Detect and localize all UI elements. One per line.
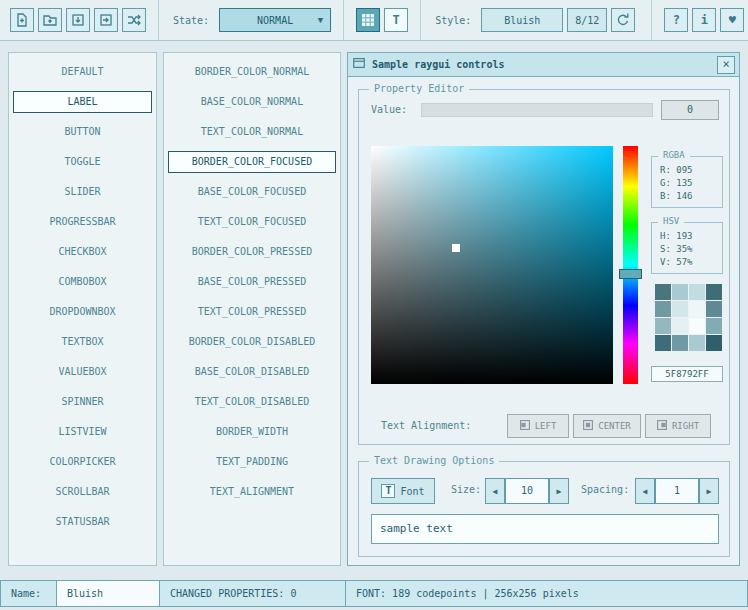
list-item-statusbar[interactable]: STATUSBAR (13, 511, 152, 533)
list-item-valuebox[interactable]: VALUEBOX (13, 361, 152, 383)
export-file-button[interactable] (94, 8, 118, 32)
color-swatch[interactable] (655, 335, 671, 351)
size-label: Size: (451, 484, 481, 495)
color-swatch[interactable] (706, 335, 722, 351)
value-box[interactable]: 0 (661, 100, 719, 120)
list-item-checkbox[interactable]: CHECKBOX (13, 241, 152, 263)
export-file-icon (98, 12, 114, 28)
hue-slider-handle[interactable] (619, 269, 642, 279)
property-item[interactable]: TEXT_COLOR_FOCUSED (168, 211, 336, 233)
property-item[interactable]: TEXT_COLOR_PRESSED (168, 301, 336, 323)
list-item-default[interactable]: DEFAULT (13, 61, 152, 83)
color-swatch[interactable] (672, 335, 688, 351)
spacing-decrease-button[interactable]: ◀ (635, 478, 655, 504)
size-increase-button[interactable]: ▶ (549, 478, 569, 504)
rgba-g-value: G: 135 (660, 177, 722, 190)
color-swatch[interactable] (672, 318, 688, 334)
color-swatch[interactable] (672, 301, 688, 317)
close-icon: × (722, 57, 729, 71)
color-swatch[interactable] (689, 301, 705, 317)
color-saturation-panel[interactable] (371, 146, 613, 384)
state-label: State: (173, 15, 209, 26)
property-item[interactable]: TEXT_ALIGNMENT (168, 481, 336, 503)
text-icon: T (393, 13, 400, 27)
list-item-label[interactable]: LABEL (13, 91, 152, 113)
reload-style-button[interactable] (611, 8, 635, 32)
color-swatch[interactable] (672, 284, 688, 300)
statusbar-name-label: Name: (0, 580, 57, 607)
property-item[interactable]: BORDER_COLOR_PRESSED (168, 241, 336, 263)
hue-bar[interactable] (623, 146, 638, 384)
hex-value-box[interactable]: 5F8792FF (651, 366, 723, 382)
property-item[interactable]: BORDER_COLOR_DISABLED (168, 331, 336, 353)
list-item-spinner[interactable]: SPINNER (13, 391, 152, 413)
list-item-toggle[interactable]: TOGGLE (13, 151, 152, 173)
property-item[interactable]: BASE_COLOR_NORMAL (168, 91, 336, 113)
list-item-listview[interactable]: LISTVIEW (13, 421, 152, 443)
list-item-colorpicker[interactable]: COLORPICKER (13, 451, 152, 473)
save-file-icon (70, 12, 86, 28)
list-item-button[interactable]: BUTTON (13, 121, 152, 143)
color-cursor[interactable] (452, 244, 460, 252)
toolbar-separator (343, 0, 344, 40)
list-item-textbox[interactable]: TEXTBOX (13, 331, 152, 353)
sponsor-button[interactable]: ♥ (720, 8, 744, 32)
style-table-toggle[interactable] (356, 8, 380, 32)
style-name-value: Bluish (504, 15, 540, 26)
property-item[interactable]: BASE_COLOR_PRESSED (168, 271, 336, 293)
style-index-button[interactable]: 8/12 (567, 8, 607, 32)
color-swatch[interactable] (689, 284, 705, 300)
align-left-button[interactable]: LEFT (507, 414, 569, 438)
sample-text-input[interactable]: sample text (371, 514, 719, 544)
font-view-toggle[interactable]: T (384, 8, 408, 32)
property-item[interactable]: BASE_COLOR_FOCUSED (168, 181, 336, 203)
property-item[interactable]: BORDER_WIDTH (168, 421, 336, 443)
color-swatch[interactable] (655, 301, 671, 317)
toolbar: State: NORMAL ▼ T Style: Bluish 8/12 (0, 0, 748, 41)
align-right-button[interactable]: RIGHT (645, 414, 711, 438)
property-item[interactable]: TEXT_PADDING (168, 451, 336, 473)
property-item[interactable]: TEXT_COLOR_DISABLED (168, 391, 336, 413)
font-button[interactable]: T Font (371, 478, 435, 504)
color-swatch[interactable] (706, 318, 722, 334)
property-item[interactable]: BASE_COLOR_DISABLED (168, 361, 336, 383)
color-swatch[interactable] (655, 284, 671, 300)
heart-icon: ♥ (729, 13, 736, 27)
spacing-increase-button[interactable]: ▶ (699, 478, 719, 504)
align-center-button[interactable]: CENTER (573, 414, 641, 438)
statusbar-name-input[interactable]: Bluish (56, 580, 160, 607)
size-decrease-button[interactable]: ◀ (485, 478, 505, 504)
list-item-slider[interactable]: SLIDER (13, 181, 152, 203)
new-file-button[interactable] (10, 8, 34, 32)
color-swatch[interactable] (706, 301, 722, 317)
sample-controls-window: Sample raygui controls × Property Editor… (347, 52, 740, 566)
random-style-button[interactable] (122, 8, 146, 32)
style-name-button[interactable]: Bluish (481, 8, 563, 32)
hsv-h-value: H: 193 (660, 230, 722, 243)
window-titlebar[interactable]: Sample raygui controls × (348, 53, 739, 77)
load-file-button[interactable] (38, 8, 62, 32)
statusbar: Name: Bluish CHANGED PROPERTIES: 0 FONT:… (0, 580, 748, 607)
state-dropdown[interactable]: NORMAL ▼ (219, 8, 331, 32)
property-item[interactable]: TEXT_COLOR_NORMAL (168, 121, 336, 143)
color-swatch[interactable] (706, 284, 722, 300)
value-label: Value: (371, 104, 407, 115)
help-button[interactable]: ? (664, 8, 688, 32)
property-item[interactable]: BORDER_COLOR_NORMAL (168, 61, 336, 83)
list-item-progressbar[interactable]: PROGRESSBAR (13, 211, 152, 233)
value-slider[interactable] (421, 103, 653, 117)
color-swatch[interactable] (655, 318, 671, 334)
size-value-box[interactable]: 10 (505, 478, 549, 504)
color-swatch[interactable] (689, 318, 705, 334)
window-close-button[interactable]: × (717, 56, 735, 74)
about-button[interactable]: i (692, 8, 716, 32)
list-item-scrollbar[interactable]: SCROLLBAR (13, 481, 152, 503)
list-item-dropdownbox[interactable]: DROPDOWNBOX (13, 301, 152, 323)
spacing-value-box[interactable]: 1 (655, 478, 699, 504)
window-title: Sample raygui controls (372, 59, 504, 70)
color-swatch[interactable] (689, 335, 705, 351)
property-item-selected[interactable]: BORDER_COLOR_FOCUSED (168, 151, 336, 173)
save-file-button[interactable] (66, 8, 90, 32)
toolbar-separator (651, 0, 652, 40)
list-item-combobox[interactable]: COMBOBOX (13, 271, 152, 293)
